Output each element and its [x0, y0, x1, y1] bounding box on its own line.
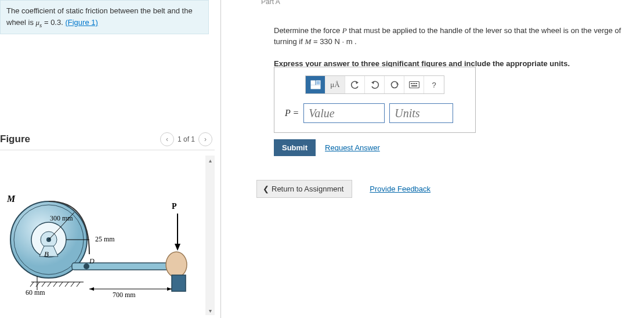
reset-button[interactable] [385, 76, 404, 93]
figure-pager: ‹ 1 of 1 › [160, 132, 212, 146]
label-D: D [89, 257, 95, 265]
value-input[interactable] [303, 103, 385, 123]
svg-point-6 [84, 263, 89, 269]
label-M: M [6, 194, 16, 204]
svg-line-21 [71, 282, 74, 287]
svg-rect-35 [411, 83, 412, 84]
svg-rect-29 [311, 85, 320, 89]
pager-text: 1 of 1 [178, 135, 195, 143]
help-button[interactable]: ? [424, 76, 444, 93]
svg-marker-10 [175, 244, 180, 251]
svg-line-22 [77, 282, 80, 287]
svg-line-18 [53, 282, 57, 287]
units-input[interactable] [389, 103, 453, 123]
return-button[interactable]: ❮ Return to Assignment [256, 180, 352, 198]
svg-marker-26 [167, 287, 172, 291]
svg-rect-27 [311, 81, 315, 85]
undo-button[interactable] [345, 76, 365, 93]
svg-line-19 [59, 282, 63, 287]
chevron-left-icon: ❮ [263, 185, 269, 193]
figure-heading: Figure [0, 133, 30, 145]
answer-box: μÅ ? P = [274, 67, 476, 133]
figure-scrollbar[interactable]: ▴ ▾ [205, 156, 215, 315]
part-label: Part A [261, 0, 280, 6]
scroll-up-icon[interactable]: ▴ [205, 156, 215, 165]
pager-prev-button[interactable]: ‹ [160, 132, 174, 146]
svg-rect-39 [411, 85, 417, 86]
answer-label: P = [285, 108, 299, 118]
svg-rect-28 [316, 81, 320, 85]
figure-divider [0, 150, 215, 150]
scroll-down-icon[interactable]: ▾ [205, 306, 215, 315]
special-char-button[interactable]: μÅ [325, 76, 345, 93]
svg-rect-34 [409, 82, 419, 88]
redo-button[interactable] [365, 76, 385, 93]
svg-rect-38 [416, 83, 417, 84]
dim-700: 700 mm [113, 291, 136, 299]
svg-line-16 [42, 282, 45, 287]
svg-line-17 [48, 282, 51, 287]
dim-300: 300 mm [50, 214, 73, 222]
svg-rect-36 [413, 83, 414, 84]
feedback-link[interactable]: Provide Feedback [370, 185, 430, 193]
svg-line-15 [36, 282, 39, 287]
dim-25: 25 mm [95, 235, 115, 243]
svg-rect-37 [414, 83, 415, 84]
label-P: P [172, 202, 177, 211]
mu-symbol: μs [36, 18, 42, 27]
template-tool-button[interactable] [306, 76, 325, 93]
problem-eq: = 0.3. [42, 18, 65, 27]
submit-button[interactable]: Submit [274, 139, 316, 156]
dim-60: 60 mm [26, 288, 45, 297]
panel-divider [220, 0, 221, 318]
label-B: B [44, 250, 49, 258]
figure-image: M P B D 300 mm 25 mm 60 mm 700 mm [0, 156, 205, 315]
figure-link[interactable]: (Figure 1) [65, 18, 97, 27]
question-text: Determine the force P that must be appli… [274, 26, 644, 69]
svg-rect-8 [172, 275, 186, 291]
problem-text-a: The coefficient of static friction betwe… [6, 6, 193, 27]
svg-line-20 [65, 282, 68, 287]
request-answer-link[interactable]: Request Answer [325, 143, 380, 152]
pager-next-button[interactable]: › [198, 132, 212, 146]
return-label: Return to Assignment [272, 185, 343, 193]
keyboard-button[interactable] [404, 76, 424, 93]
svg-marker-25 [89, 287, 94, 291]
svg-point-32 [391, 82, 397, 88]
svg-point-7 [166, 252, 187, 277]
answer-toolbar: μÅ ? [305, 75, 444, 94]
svg-line-14 [30, 282, 34, 287]
problem-statement: The coefficient of static friction betwe… [0, 0, 209, 34]
